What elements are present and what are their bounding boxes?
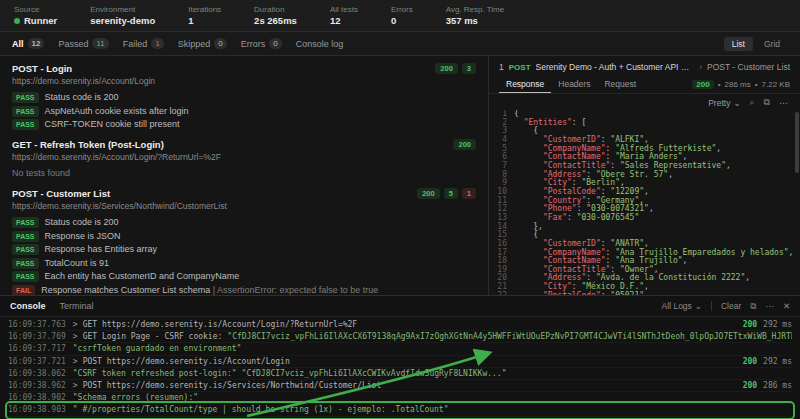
bullet-icon: • [755, 80, 758, 89]
pass-chip: PASS [12, 217, 39, 228]
pass-chip: PASS [12, 231, 39, 242]
stat-value: 0 [391, 15, 413, 27]
response-tabs-row: ResponseHeadersRequest 200 • 286 ms • 7.… [489, 75, 800, 94]
scrollbar-thumb[interactable] [795, 112, 799, 173]
assertion-error-text: | AssertionError: expected false to be t… [210, 285, 378, 295]
runner-stats-bar: SourceRunnerEnvironmentserenity-demoIter… [0, 0, 800, 32]
stat-value-text: Runner [24, 15, 57, 27]
format-select[interactable]: Pretty ⌄ [708, 98, 740, 108]
runner-stat-all-tests: All tests12 [330, 4, 358, 27]
close-icon[interactable]: ✕ [783, 301, 790, 311]
test-assertion-row: PASSTotalCount is 91 [12, 258, 476, 269]
response-tabs: ResponseHeadersRequest [499, 75, 643, 93]
console-panel: ConsoleTerminal All Logs ⌄ Clear ⧉ ⋯ ✕ 1… [0, 295, 800, 419]
stat-label: Environment [90, 4, 155, 15]
response-tab-request[interactable]: Request [597, 75, 643, 93]
view-toggle-grid[interactable]: Grid [756, 37, 788, 51]
log-timestamp: 16:09:37.769 [8, 332, 66, 341]
code-line: 22 "PostalCode": "05021", [489, 292, 800, 295]
response-panel: 1 POST Serenity Demo - Auth + Customer A… [488, 56, 800, 295]
pass-chip: PASS [12, 258, 39, 269]
response-tab-headers[interactable]: Headers [551, 75, 597, 93]
request-name: POST - Customer List [12, 188, 110, 199]
stat-value-text: 2s 265ms [254, 15, 297, 27]
log-status: 200286 ms [733, 381, 792, 390]
stat-label: Errors [391, 4, 413, 15]
request-result: POST - Login2003https://demo.serenity.is… [12, 63, 476, 130]
request-url: https://demo.serenity.is/Account/Login [12, 76, 476, 87]
filter-tab-all[interactable]: All12 [12, 38, 44, 49]
more-icon[interactable]: ⋯ [779, 98, 788, 108]
test-results-panel[interactable]: POST - Login2003https://demo.serenity.is… [0, 56, 488, 295]
console-log-row: 16:09:37.769>GET Login Page - CSRF cooki… [8, 331, 792, 343]
runner-stat-source: SourceRunner [14, 4, 57, 27]
stat-value-text: 12 [330, 15, 341, 27]
filter-tab-count: 12 [28, 38, 45, 49]
request-name: GET - Refresh Token (Post-Login) [12, 139, 164, 150]
test-text: Response is JSON [45, 231, 121, 242]
console-log-list[interactable]: 16:09:37.763>GET https://demo.serenity.i… [0, 317, 800, 419]
copy-icon[interactable]: ⧉ [750, 301, 756, 312]
log-plain-text: GET https://demo.serenity.is/Account/Log… [83, 320, 358, 329]
console-tab-console[interactable]: Console [10, 301, 46, 311]
filter-tab-errors[interactable]: Errors0 [241, 38, 282, 49]
request-url: https://demo.serenity.is/Account/Login/?… [12, 152, 476, 163]
filter-tab-passed[interactable]: Passed11 [58, 38, 108, 49]
test-text: Status code is 200 [45, 217, 119, 228]
console-log-row: 16:09:37.717"csrfToken guardado en envir… [8, 343, 792, 355]
copy-icon[interactable]: ⧉ [764, 97, 770, 108]
log-plain-text: POST https://demo.serenity.is/Services/N… [83, 381, 382, 390]
bullet-icon: • [718, 80, 721, 89]
runner-window: SourceRunnerEnvironmentserenity-demoIter… [0, 0, 800, 419]
runner-stat-iterations: Iterations1 [188, 4, 221, 27]
console-tab-bar: ConsoleTerminal All Logs ⌄ Clear ⧉ ⋯ ✕ [0, 296, 800, 317]
console-log-row: 16:09:38.962>POST https://demo.serenity.… [8, 380, 792, 392]
filter-tab-console-log[interactable]: Console log [296, 39, 344, 49]
console-log-row: 16:09:38.903" #/properties/TotalCount/ty… [8, 404, 792, 416]
request-header[interactable]: GET - Refresh Token (Post-Login)200 [12, 139, 476, 150]
filter-tab-label: Failed [123, 39, 148, 49]
filter-tab-label: All [12, 39, 24, 49]
console-tab-terminal[interactable]: Terminal [60, 301, 94, 311]
request-method: POST [509, 63, 531, 72]
stat-value: serenity-demo [90, 15, 155, 27]
response-tab-response[interactable]: Response [499, 75, 551, 93]
log-status-code: 200 [743, 357, 757, 366]
log-duration: 292 ms [763, 320, 792, 329]
test-assertion-row: PASSAspNetAuth cookie exists after login [12, 106, 476, 117]
test-text: AspNetAuth cookie exists after login [45, 106, 189, 117]
view-toggle-list[interactable]: List [724, 37, 753, 51]
filter-tab-label: Errors [241, 39, 266, 49]
response-body-viewer[interactable]: 1{2 "Entities": [3 {4 "CustomerID": "ALF… [489, 110, 800, 295]
status-code-badge: 200 [692, 80, 713, 89]
log-timestamp: 16:09:37.763 [8, 320, 66, 329]
filter-tab-skipped[interactable]: Skipped0 [178, 38, 227, 49]
test-assertion-row: PASSResponse has Entities array [12, 244, 476, 255]
log-status-code: 200 [743, 381, 757, 390]
log-filter-dropdown[interactable]: All Logs ⌄ [662, 301, 702, 311]
log-string-text: "CfDJ8CI7vciz_vpFhLi6IlAXcCWIKvAvdfIdwSu… [242, 369, 507, 378]
request-url: https://demo.serenity.is/Services/Northw… [12, 201, 476, 212]
filter-tab-failed[interactable]: Failed1 [123, 38, 164, 49]
log-string-text: "csrfToken guardado en environment" [73, 344, 242, 353]
log-arrow: > [73, 381, 78, 390]
more-icon[interactable]: ⋯ [765, 301, 774, 311]
scrollbar[interactable] [795, 112, 799, 291]
stat-label: Source [14, 4, 57, 15]
log-duration: 292 ms [763, 357, 792, 366]
request-header[interactable]: POST - Customer List20051 [12, 188, 476, 199]
filter-tab-label: Passed [58, 39, 88, 49]
filter-tabs: All12Passed11Failed1Skipped0Errors0Conso… [12, 38, 724, 49]
request-name: POST - Login [12, 63, 72, 74]
format-select-value: Pretty [708, 98, 730, 108]
stat-value: 12 [330, 15, 358, 27]
search-icon[interactable]: ⌕ [750, 97, 755, 108]
clear-logs-button[interactable]: Clear [721, 301, 741, 311]
test-text: Response has Entities array [45, 244, 158, 255]
request-header[interactable]: POST - Login2003 [12, 63, 476, 74]
filter-tab-label: Console log [296, 39, 344, 49]
console-log-row: 16:09:37.763>GET https://demo.serenity.i… [8, 319, 792, 331]
stat-value: 357 ms [446, 15, 505, 27]
log-plain-text: POST https://demo.serenity.is/Account/Lo… [83, 357, 290, 366]
pass-count-badge: 3 [462, 63, 476, 74]
